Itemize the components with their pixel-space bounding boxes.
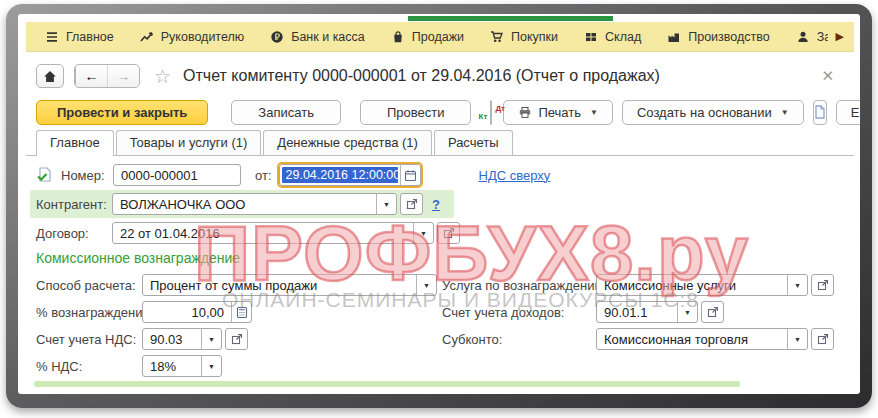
lower-columns: Способ расчета: Процент от суммы продажи… [36,273,842,378]
ruble-circle-icon [270,30,284,44]
service-row: Услуга по вознаграждению: Комиссионные у… [442,273,834,297]
contract-label: Договор: [36,226,112,241]
tab-raschety[interactable]: Расчеты [434,130,513,155]
more-button[interactable]: Еще ▼ [836,100,860,125]
contractor-help-link[interactable]: ? [432,197,440,212]
vat-mode-link[interactable]: НДС сверху [479,168,551,183]
dropdown-caret-icon[interactable]: ▼ [416,275,436,295]
vat-rate-field[interactable]: 18% ▼ [142,355,222,377]
write-button[interactable]: Записать [231,100,341,125]
cart-icon [490,30,504,44]
subconto-open-button[interactable] [811,328,834,350]
vat-account-field[interactable]: 90.03 ▼ [142,328,222,350]
vat-rate-row: % НДС: 18% ▼ [36,354,842,378]
menu-item-label: Склад [605,30,641,44]
forward-button[interactable]: → [107,65,139,87]
calc-method-label: Способ расчета: [36,278,142,293]
tab-tovary-i-uslugi[interactable]: Товары и услуги (1) [116,130,262,155]
menu-item-manager[interactable]: Руководителю [135,30,257,44]
menu-item-label: Руководителю [161,30,244,44]
create-on-basis-button[interactable]: Создать на основании ▼ [622,100,804,125]
calendar-icon[interactable] [400,165,420,185]
bag-icon [391,30,405,44]
factory-icon [667,30,681,44]
back-button[interactable]: ← [75,65,107,87]
app-window: Главное Руководителю Банк и касса Продаж… [26,22,854,390]
vat-account-open-button[interactable] [225,328,248,350]
more-label: Еще [851,105,860,120]
contractor-open-button[interactable] [400,193,423,215]
bottom-highlight-strip [34,381,740,387]
number-label: Номер: [61,168,113,183]
menu-item-salary[interactable]: Зарплата и ка [791,30,828,44]
printer-icon [518,106,532,119]
document-icon [814,105,826,119]
calc-method-field[interactable]: Процент от суммы продажи ▼ [142,274,437,296]
hamburger-icon [45,30,59,44]
service-open-button[interactable] [811,274,834,296]
top-progress-bar [408,16,613,21]
home-icon [43,70,57,83]
menu-item-warehouse[interactable]: Склад [579,30,654,44]
dropdown-caret-icon[interactable]: ▼ [413,223,433,243]
menu-item-purchases[interactable]: Покупки [485,30,571,44]
menu-item-label: Производство [688,30,770,44]
dropdown-caret-icon[interactable]: ▼ [787,275,807,295]
vat-rate-label: % НДС: [36,359,142,374]
chevron-down-icon: ▼ [590,108,598,117]
service-label: Услуга по вознаграждению: [442,278,596,293]
contractor-label: Контрагент: [36,197,112,212]
income-account-field[interactable]: 90.01.1 ▼ [596,301,698,323]
dropdown-caret-icon[interactable]: ▼ [787,329,807,349]
close-icon[interactable]: ✕ [813,67,842,85]
menu-item-label: Главное [66,30,114,44]
contractor-field[interactable]: ВОЛЖАНОЧКА ООО ▼ [112,193,397,215]
trend-icon [140,30,154,44]
service-field[interactable]: Комиссионные услуги ▼ [596,274,808,296]
subconto-field[interactable]: Комиссионная торговля ▼ [596,328,808,350]
post-and-close-button[interactable]: Провести и закрыть [36,100,208,125]
income-account-open-button[interactable] [701,301,724,323]
menu-item-label: Продажи [412,30,464,44]
favorite-star-icon[interactable]: ☆ [154,65,171,88]
menu-item-production[interactable]: Производство [662,30,783,44]
print-label: Печать [538,105,581,120]
dropdown-caret-icon[interactable]: ▼ [201,356,221,376]
date-field[interactable]: 29.04.2016 12:00:00 [279,164,421,186]
page-title: Отчет комитенту 0000-000001 от 29.04.201… [183,67,660,85]
print-button[interactable]: Печать ▼ [503,100,613,125]
subconto-row: Субконто: Комиссионная торговля ▼ [442,327,834,351]
post-button[interactable]: Провести [360,100,472,125]
contract-open-button[interactable] [437,222,460,244]
tab-denezhnye-sredstva[interactable]: Денежные средства (1) [263,130,432,155]
home-button[interactable] [36,64,64,88]
tab-glavnoe[interactable]: Главное [36,130,114,156]
right-column: Услуга по вознаграждению: Комиссионные у… [442,273,834,354]
window: Главное Руководителю Банк и касса Продаж… [18,14,860,394]
document-titlebar: ← → ☆ Отчет комитенту 0000-000001 от 29.… [26,52,854,94]
grid-icon [584,30,598,44]
form-main: Номер: 0000-000001 от: 29.04.2016 12:00:… [26,156,854,387]
menu-item-bank-cash[interactable]: Банк и касса [265,30,378,44]
menu-item-sales[interactable]: Продажи [386,30,477,44]
dropdown-caret-icon[interactable]: ▼ [376,194,396,214]
history-nav-group: ← → [74,64,140,88]
dropdown-caret-icon[interactable]: ▼ [677,302,697,322]
chevron-down-icon: ▼ [781,108,789,117]
dt-label: Дт [495,104,505,113]
number-field[interactable]: 0000-000001 [113,164,241,186]
kt-label: Кт [479,112,488,121]
dt-kt-button[interactable]: Дт Кт [490,100,492,125]
contract-field[interactable]: 22 от 01.04.2016 ▼ [112,222,434,244]
number-row: Номер: 0000-000001 от: 29.04.2016 12:00:… [36,163,842,187]
menu-item-label: Банк и касса [291,30,365,44]
reward-percent-field[interactable]: 10,00 [142,301,252,323]
calculator-icon[interactable] [231,302,251,322]
menu-overflow-arrow-icon[interactable]: ▶ [836,30,844,43]
menu-item-label: Зарплата и ка [817,30,828,44]
dropdown-caret-icon[interactable]: ▼ [201,329,221,349]
menu-item-main[interactable]: Главное [40,30,127,44]
attached-files-button[interactable] [813,100,827,125]
screenshot-frame: Главное Руководителю Банк и касса Продаж… [6,4,872,408]
income-account-label: Счет учета доходов: [442,305,596,320]
